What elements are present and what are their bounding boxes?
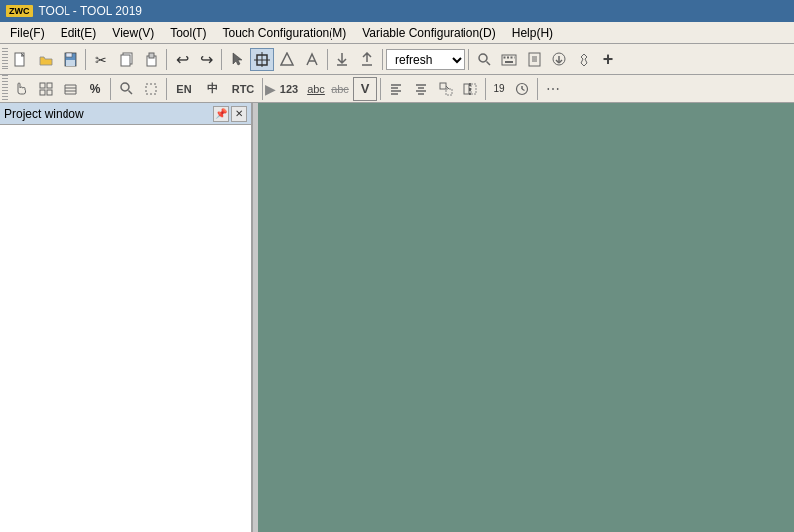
svg-marker-14 (281, 53, 293, 65)
flip-button[interactable] (459, 77, 482, 101)
svg-rect-8 (121, 55, 130, 66)
grid-button[interactable] (34, 77, 58, 101)
app-title: TOOL - TOOL 2019 (39, 4, 143, 18)
num-button[interactable]: 123 (275, 77, 303, 101)
redo-button[interactable]: ↪ (195, 48, 218, 71)
svg-rect-35 (47, 83, 52, 88)
svg-rect-58 (464, 84, 469, 94)
toolbar2-sep-4 (380, 78, 381, 100)
toolbar-sep-3 (221, 49, 222, 70)
align-center-button[interactable] (409, 77, 433, 101)
undo-button[interactable]: ↩ (170, 48, 194, 71)
app-logo: ZWC (6, 5, 33, 17)
search-button[interactable] (472, 48, 496, 71)
new-button[interactable] (9, 48, 33, 71)
title-bar: ZWC TOOL - TOOL 2019 (0, 0, 794, 22)
keyboard-button[interactable] (497, 48, 521, 71)
project-panel-pin-button[interactable]: 📌 (213, 106, 229, 122)
menu-file[interactable]: File(F) (2, 24, 53, 42)
transform-button[interactable] (434, 77, 458, 101)
project-panel: Project window 📌 ✕ (0, 103, 253, 532)
toolbar2-sep-6 (537, 78, 538, 100)
project-panel-controls: 📌 ✕ (213, 106, 247, 122)
svg-rect-6 (66, 60, 75, 66)
toolbar2-sep-1 (110, 78, 111, 100)
svg-rect-21 (504, 56, 506, 58)
project-panel-content (0, 125, 251, 532)
toolbar-main: ✂ ↩ ↪ refresh (0, 44, 794, 75)
svg-rect-46 (146, 84, 156, 94)
svg-rect-24 (514, 56, 515, 58)
menu-edit[interactable]: Edit(E) (53, 24, 105, 42)
project-panel-close-button[interactable]: ✕ (231, 106, 247, 122)
menu-bar: File(F) Edit(E) View(V) Tool(T) Touch Co… (0, 22, 794, 44)
menu-variable[interactable]: Variable Configuration(D) (354, 24, 504, 42)
copy-button[interactable] (114, 48, 138, 71)
dotted-rect-button[interactable] (139, 77, 163, 101)
tool-pointer-button[interactable] (250, 48, 274, 71)
svg-rect-25 (505, 61, 513, 63)
svg-line-19 (486, 62, 490, 66)
paste-button[interactable] (139, 48, 163, 71)
toolbar2-sep-5 (485, 78, 486, 100)
svg-rect-59 (471, 84, 476, 94)
clock-button[interactable] (510, 77, 534, 101)
download2-button[interactable] (547, 48, 571, 71)
svg-rect-36 (40, 90, 45, 95)
menu-tool[interactable]: Tool(T) (162, 24, 214, 42)
refresh-dropdown[interactable]: refresh (386, 49, 465, 70)
svg-line-63 (522, 89, 525, 91)
toolbar2-sep-3 (262, 78, 263, 100)
upload-btn[interactable] (355, 48, 379, 71)
open-button[interactable] (34, 48, 58, 71)
tool-shape1-button[interactable] (275, 48, 299, 71)
cut-button[interactable]: ✂ (89, 48, 113, 71)
svg-rect-22 (507, 56, 509, 58)
svg-point-44 (121, 83, 129, 91)
tool-shape2-button[interactable] (300, 48, 324, 71)
menu-help[interactable]: Help(H) (504, 24, 561, 42)
abc2-button[interactable]: abc (329, 77, 352, 101)
menu-touch[interactable]: Touch Configuration(M) (215, 24, 355, 42)
toolbar-sep-4 (327, 49, 328, 70)
upload2-button[interactable] (522, 48, 546, 71)
hand-button[interactable] (9, 77, 33, 101)
extra-button[interactable]: ⋯ (541, 77, 565, 101)
canvas-area[interactable] (258, 103, 794, 532)
toolbar-sep-1 (85, 49, 86, 70)
plus-button[interactable]: + (596, 48, 620, 71)
toolbar2-drag-handle (2, 75, 8, 103)
download-btn[interactable] (331, 48, 354, 71)
align-left-button[interactable] (384, 77, 408, 101)
svg-rect-23 (511, 56, 513, 58)
percent-button[interactable]: % (83, 77, 107, 101)
zoom-button[interactable] (114, 77, 138, 101)
tool-cursor-button[interactable] (225, 48, 249, 71)
toolbar-sep-6 (468, 49, 469, 70)
svg-point-18 (479, 54, 487, 62)
svg-rect-10 (149, 53, 154, 58)
toolbar-sep-5 (382, 49, 383, 70)
svg-line-45 (128, 91, 132, 95)
project-panel-title: Project window (4, 107, 84, 121)
en-text-button[interactable]: EN (170, 77, 198, 101)
svg-rect-34 (40, 83, 45, 88)
menu-view[interactable]: View(V) (104, 24, 162, 42)
svg-rect-55 (440, 83, 446, 89)
svg-rect-37 (47, 90, 52, 95)
svg-rect-5 (66, 53, 72, 57)
abc-button[interactable]: abc (304, 77, 328, 101)
toolbar-sep-2 (166, 49, 167, 70)
number-19-button[interactable]: 19 (489, 77, 509, 101)
list-button[interactable] (59, 77, 82, 101)
toolbar2-sep-2 (166, 78, 167, 100)
rtc-text-button[interactable]: RTC (227, 77, 259, 101)
save-button[interactable] (59, 48, 82, 71)
cn-text-button[interactable]: 中 (198, 77, 226, 101)
pin-button[interactable] (572, 48, 596, 71)
main-layout: Project window 📌 ✕ (0, 103, 794, 532)
toolbar-secondary: % EN 中 RTC ▶ 123 abc abc V 19 ⋯ (0, 75, 794, 103)
svg-rect-56 (446, 89, 452, 95)
v-button[interactable]: V (353, 77, 377, 101)
toolbar-drag-handle (2, 48, 8, 71)
